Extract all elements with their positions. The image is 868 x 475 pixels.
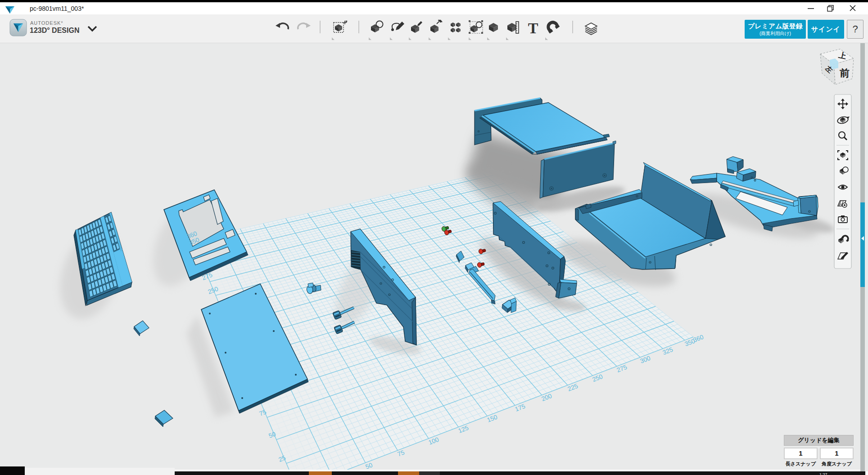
svg-text:前: 前 xyxy=(840,67,850,79)
svg-text:T: T xyxy=(528,20,538,36)
